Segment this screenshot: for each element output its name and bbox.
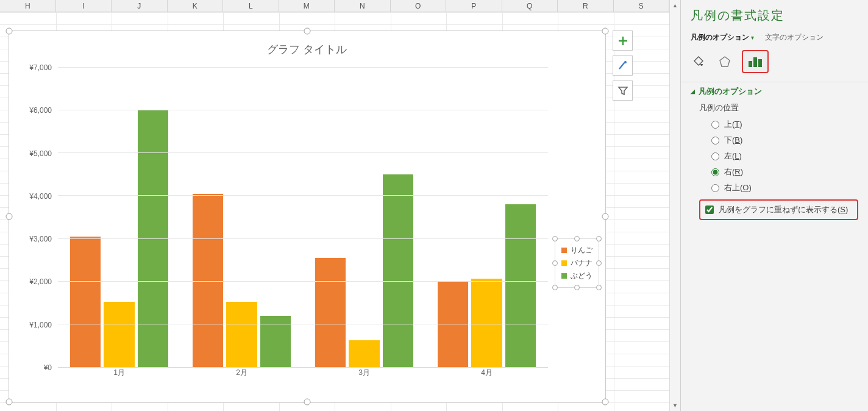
x-tick-label: 3月 bbox=[358, 368, 370, 378]
tab-legend-options[interactable]: 凡例のオプション bbox=[691, 33, 749, 41]
legend-options-icon[interactable] bbox=[742, 50, 769, 73]
collapse-triangle-icon: ◢ bbox=[691, 88, 695, 95]
resize-handle[interactable] bbox=[304, 399, 311, 406]
legend-label: ぶどう bbox=[571, 271, 592, 281]
chart-styles-button[interactable] bbox=[613, 55, 633, 76]
chart-grid bbox=[58, 68, 548, 368]
bar[interactable] bbox=[438, 282, 469, 367]
legend-label: バナナ bbox=[571, 258, 592, 268]
column-header[interactable]: I bbox=[56, 0, 112, 12]
bar[interactable] bbox=[383, 174, 414, 367]
format-legend-panel: 凡例の書式設定 凡例のオプション ▾ 文字のオプション ◢ 凡例のオプション 凡… bbox=[680, 0, 868, 411]
x-tick-label: 1月 bbox=[113, 368, 125, 378]
tab-text-options[interactable]: 文字のオプション bbox=[765, 32, 824, 43]
bar[interactable] bbox=[104, 302, 135, 367]
x-tick-label: 2月 bbox=[236, 368, 247, 378]
chart-side-buttons bbox=[613, 30, 633, 101]
radio-right[interactable]: 右(R) bbox=[699, 164, 858, 180]
vertical-scrollbar[interactable]: ▲ ▼ bbox=[669, 0, 680, 411]
svg-rect-2 bbox=[753, 57, 757, 67]
column-header[interactable]: K bbox=[168, 0, 224, 12]
column-header[interactable]: M bbox=[279, 0, 335, 12]
legend-swatch bbox=[561, 260, 567, 266]
section-legend-options[interactable]: ◢ 凡例のオプション bbox=[681, 82, 868, 101]
panel-title: 凡例の書式設定 bbox=[681, 7, 868, 30]
scroll-down-icon[interactable]: ▼ bbox=[670, 400, 680, 411]
column-header[interactable]: J bbox=[112, 0, 168, 12]
legend-item[interactable]: バナナ bbox=[561, 257, 592, 270]
fill-line-icon[interactable] bbox=[691, 54, 708, 70]
bar[interactable] bbox=[138, 110, 169, 367]
resize-handle[interactable] bbox=[602, 213, 609, 220]
resize-handle[interactable] bbox=[602, 28, 609, 35]
y-axis: ¥0¥1,000¥2,000¥3,000¥4,000¥5,000¥6,000¥7… bbox=[24, 68, 54, 368]
y-tick-label: ¥3,000 bbox=[24, 235, 52, 243]
column-header[interactable]: N bbox=[335, 0, 391, 12]
legend-swatch bbox=[561, 248, 567, 253]
column-header[interactable]: Q bbox=[502, 0, 558, 12]
y-tick-label: ¥4,000 bbox=[24, 192, 52, 201]
y-tick-label: ¥6,000 bbox=[24, 106, 52, 115]
plot-area: ¥0¥1,000¥2,000¥3,000¥4,000¥5,000¥6,000¥7… bbox=[25, 68, 548, 377]
radio-bottom[interactable]: 下(B) bbox=[699, 132, 858, 148]
y-tick-label: ¥0 bbox=[24, 363, 52, 372]
bar[interactable] bbox=[505, 204, 536, 367]
x-tick-label: 4月 bbox=[481, 368, 493, 378]
resize-handle[interactable] bbox=[6, 399, 13, 406]
chart-title[interactable]: グラフ タイトル bbox=[9, 31, 605, 59]
chart-filter-button[interactable] bbox=[613, 80, 633, 101]
bar[interactable] bbox=[315, 258, 346, 367]
scroll-up-icon[interactable]: ▲ bbox=[670, 0, 680, 11]
column-header[interactable]: P bbox=[446, 0, 502, 12]
x-axis-labels: 1月2月3月4月 bbox=[58, 368, 548, 380]
legend-item[interactable]: ぶどう bbox=[561, 270, 592, 282]
y-tick-label: ¥1,000 bbox=[24, 321, 52, 329]
svg-rect-3 bbox=[758, 59, 762, 67]
column-header[interactable]: H bbox=[0, 0, 56, 12]
y-tick-label: ¥5,000 bbox=[24, 149, 52, 158]
radio-left[interactable]: 左(L) bbox=[699, 148, 858, 164]
checkbox-no-overlap[interactable]: 凡例をグラフに重ねずに表示する(S) bbox=[699, 199, 858, 220]
resize-handle[interactable] bbox=[602, 399, 609, 406]
legend-label: りんご bbox=[571, 245, 592, 256]
option-icon-row bbox=[681, 46, 868, 82]
legend-swatch bbox=[561, 273, 567, 279]
panel-tabs: 凡例のオプション ▾ 文字のオプション bbox=[681, 30, 868, 46]
column-header[interactable]: L bbox=[223, 0, 279, 12]
chevron-down-icon[interactable]: ▾ bbox=[751, 34, 754, 41]
column-headers: HIJKLMNOPQRS bbox=[0, 0, 669, 12]
radio-top[interactable]: 上(T) bbox=[699, 116, 858, 132]
bar[interactable] bbox=[471, 279, 502, 367]
svg-point-0 bbox=[624, 61, 627, 63]
chart-object[interactable]: グラフ タイトル ¥0¥1,000¥2,000¥3,000¥4,000¥5,00… bbox=[9, 30, 606, 402]
legend-position-label: 凡例の位置 bbox=[699, 101, 858, 116]
resize-handle[interactable] bbox=[304, 28, 311, 35]
bar[interactable] bbox=[226, 302, 257, 367]
spreadsheet-area: HIJKLMNOPQRS グラフ タイトル ¥0¥1,000¥2,000¥3,0… bbox=[0, 0, 669, 411]
effects-icon[interactable] bbox=[716, 54, 733, 70]
column-header[interactable]: S bbox=[614, 0, 670, 12]
legend-item[interactable]: りんご bbox=[561, 244, 592, 257]
resize-handle[interactable] bbox=[6, 28, 13, 35]
radio-top-right[interactable]: 右上(O) bbox=[699, 180, 858, 196]
bar[interactable] bbox=[349, 340, 380, 367]
resize-handle[interactable] bbox=[6, 213, 13, 220]
y-tick-label: ¥7,000 bbox=[24, 63, 52, 72]
y-tick-label: ¥2,000 bbox=[24, 277, 52, 286]
svg-rect-1 bbox=[749, 61, 752, 67]
chart-legend[interactable]: りんごバナナぶどう bbox=[555, 238, 599, 288]
chart-elements-button[interactable] bbox=[613, 30, 633, 51]
bar[interactable] bbox=[70, 237, 101, 367]
column-header[interactable]: O bbox=[391, 0, 447, 12]
column-header[interactable]: R bbox=[558, 0, 614, 12]
